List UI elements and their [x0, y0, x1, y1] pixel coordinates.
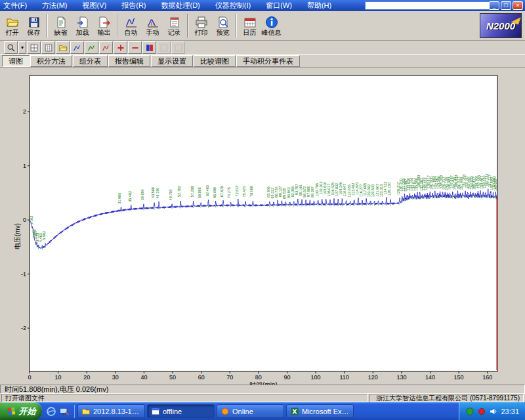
- overlay-curve-red-button[interactable]: [99, 41, 113, 54]
- preview-button[interactable]: 预览: [212, 12, 234, 39]
- peak-label: 114.870: [355, 182, 359, 195]
- y-tick-label: 1: [23, 163, 26, 169]
- calendar-icon: [243, 16, 257, 29]
- load-button[interactable]: 加载: [72, 12, 93, 39]
- maximize-button[interactable]: □: [501, 1, 511, 10]
- x-tick-label: 10: [55, 374, 62, 381]
- tab-integration-method[interactable]: 积分方法: [30, 55, 72, 67]
- peak-label: 62.483: [205, 185, 209, 196]
- grid-view-button[interactable]: [41, 41, 55, 54]
- menu-instrument-control[interactable]: 仪器控制(I): [215, 1, 251, 10]
- task-offline[interactable]: offline: [147, 404, 215, 418]
- menu-method[interactable]: 方法(M): [42, 1, 68, 10]
- save-button[interactable]: 保存: [23, 12, 45, 39]
- open-curve-button[interactable]: [56, 41, 70, 54]
- tab-manual-integration-events[interactable]: 手动积分事件表: [236, 55, 300, 67]
- title-bar: 文件(F)方法(M)视图(V)报告(R)数据处理(D)仪器控制(I)窗口(W)帮…: [0, 0, 525, 11]
- peak-label: 70.275: [228, 187, 232, 198]
- x-tick-label: 90: [284, 374, 290, 381]
- load-icon: [76, 16, 89, 29]
- peak-label: 88.127: [278, 186, 282, 197]
- status-message: 打开谱图文件: [1, 394, 368, 402]
- trace-color-button[interactable]: [142, 41, 156, 54]
- chart-client-area: 0102030405060708090100110120130140150160…: [0, 68, 525, 385]
- minimize-button[interactable]: _: [489, 1, 499, 10]
- print-button[interactable]: 打印: [190, 12, 212, 39]
- toolbar-separator: [236, 14, 237, 37]
- y-tick-label: 2: [23, 108, 26, 115]
- tab-spectrum[interactable]: 谱图: [2, 55, 30, 67]
- x-tick-label: 120: [368, 374, 378, 381]
- menu-window[interactable]: 窗口(W): [266, 1, 292, 10]
- default-button[interactable]: 缺省: [50, 12, 72, 39]
- folder-icon: [81, 407, 91, 416]
- chromatogram-chart[interactable]: 0102030405060708090100110120130140150160…: [0, 68, 525, 385]
- tab-component-table[interactable]: 组分表: [73, 55, 108, 67]
- full-view-button[interactable]: [27, 41, 41, 54]
- peak-label: 123.315: [379, 184, 383, 198]
- peak-label: 52.782: [177, 186, 181, 197]
- tab-report-edit[interactable]: 报告编辑: [108, 55, 150, 67]
- task-excel-label: Microsoft Excel...: [302, 408, 350, 415]
- peak-label: 107.832: [335, 183, 339, 196]
- output-button[interactable]: 输出: [93, 12, 115, 39]
- peak-label: 86.720: [274, 186, 278, 198]
- extra-tool-button-2: [171, 41, 185, 54]
- plot-area[interactable]: [30, 75, 497, 371]
- print-button-label: 打印: [195, 29, 208, 36]
- task-online[interactable]: Online: [217, 404, 284, 418]
- menu-bar: 文件(F)方法(M)视图(V)报告(R)数据处理(D)仪器控制(I)窗口(W)帮…: [3, 1, 346, 10]
- menu-view[interactable]: 视图(V): [83, 1, 107, 10]
- menu-help[interactable]: 帮助(H): [307, 1, 331, 10]
- add-marker-button[interactable]: [114, 41, 127, 54]
- record-button[interactable]: 记录: [163, 12, 185, 39]
- x-tick-label: 20: [83, 374, 90, 381]
- tab-manual-integration-events-label: 手动积分事件表: [243, 56, 293, 66]
- peak-label: 117.685: [363, 183, 367, 196]
- open-icon: [6, 16, 19, 29]
- menu-file[interactable]: 文件(F): [3, 1, 27, 10]
- x-tick-label: 130: [396, 374, 406, 381]
- remove-marker-button[interactable]: [128, 41, 142, 54]
- task-excel[interactable]: Microsoft Excel...: [286, 404, 354, 418]
- zoom-icon: [7, 43, 16, 52]
- manual-button[interactable]: 手动: [142, 12, 163, 39]
- peak-label: 96.572: [303, 186, 306, 198]
- curve-blue-icon: [73, 43, 82, 52]
- peak-label: 72.873: [235, 186, 239, 197]
- tray-record[interactable]: [477, 407, 486, 416]
- zoom-dropdown-button[interactable]: ▾: [18, 41, 26, 54]
- record-button-label: 记录: [168, 29, 181, 36]
- peak-label: 106.425: [331, 182, 335, 196]
- open-button[interactable]: 打开: [1, 12, 23, 39]
- menu-data-processing[interactable]: 数据处理(D): [161, 1, 200, 10]
- tab-spectrum-label: 谱图: [9, 56, 23, 66]
- system-tray: 23:31: [459, 402, 525, 420]
- curve-green-icon: [87, 43, 96, 52]
- company-info: 浙江大学智达信息工程有限公司 (0571-87991175): [369, 394, 524, 402]
- calendar-button[interactable]: 日历: [239, 12, 261, 39]
- overlay-curve-blue-button[interactable]: [70, 41, 84, 54]
- window-controls: _ □ ×: [489, 1, 523, 10]
- peak-info-button[interactable]: 峰信息: [261, 12, 282, 39]
- tab-display-settings[interactable]: 显示设置: [151, 55, 193, 67]
- record-dot-icon: [477, 407, 486, 416]
- task-offline-label: offline: [163, 408, 182, 415]
- task-folder[interactable]: 2012.8.13-15XMi...: [77, 404, 145, 418]
- quick-launch-show-desktop[interactable]: [59, 406, 70, 417]
- preview-icon: [217, 16, 230, 29]
- close-button[interactable]: ×: [513, 1, 523, 10]
- zoom-dropdown-button-glyph: ▾: [21, 45, 24, 51]
- menu-report[interactable]: 报告(R): [121, 1, 146, 10]
- overlay-curve-green-button[interactable]: [85, 41, 98, 54]
- quick-launch-ie[interactable]: [46, 406, 56, 417]
- peak-label: 112.055: [347, 184, 351, 197]
- tray-volume[interactable]: [489, 407, 498, 416]
- add-red-icon: [116, 43, 125, 52]
- start-button[interactable]: 开始: [0, 402, 42, 420]
- tab-compare-spectra[interactable]: 比较谱图: [194, 55, 236, 67]
- x-tick-label: 150: [454, 374, 464, 381]
- tray-shield[interactable]: [465, 407, 474, 416]
- zoom-button[interactable]: [4, 41, 18, 54]
- auto-button[interactable]: 自动: [120, 12, 142, 39]
